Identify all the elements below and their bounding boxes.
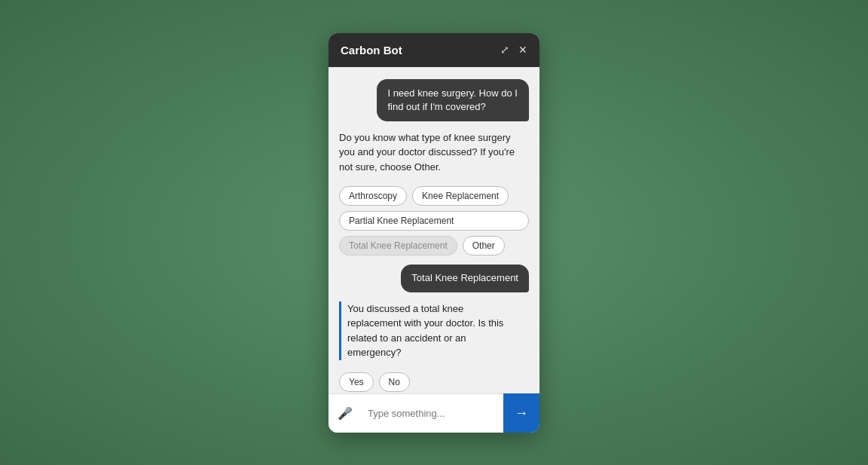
surgery-type-chips: Arthroscopy Knee Replacement Partial Kne… <box>339 186 529 255</box>
send-icon: → <box>515 405 528 421</box>
chat-input-area: 🎤 → <box>329 393 539 433</box>
chat-body: I need knee surgery. How do I find out i… <box>329 67 539 393</box>
user-message-2: Total Knee Replacement <box>401 265 529 292</box>
send-button[interactable]: → <box>503 393 539 433</box>
chat-title: Carbon Bot <box>341 44 402 57</box>
chip-other[interactable]: Other <box>463 236 505 255</box>
mic-icon[interactable]: 🎤 <box>329 406 359 421</box>
bot-message-1: Do you know what type of knee surgery yo… <box>339 130 519 175</box>
user-message-1: I need knee surgery. How do I find out i… <box>377 79 529 121</box>
chip-no[interactable]: No <box>379 372 410 392</box>
chat-text-input[interactable] <box>359 397 503 430</box>
bot-message-2: You discussed a total knee replacement w… <box>339 301 519 360</box>
chip-total-knee[interactable]: Total Knee Replacement <box>339 236 457 255</box>
close-icon[interactable]: ✕ <box>518 44 527 56</box>
yes-no-chips: Yes No <box>339 372 529 392</box>
chip-knee-replacement[interactable]: Knee Replacement <box>412 186 509 206</box>
header-icons: ⤢ ✕ <box>500 44 527 56</box>
chat-window: Carbon Bot ⤢ ✕ I need knee surgery. How … <box>329 33 539 433</box>
chip-partial-knee[interactable]: Partial Knee Replacement <box>339 211 529 231</box>
expand-icon[interactable]: ⤢ <box>500 44 509 56</box>
chat-header: Carbon Bot ⤢ ✕ <box>329 33 539 67</box>
chip-yes[interactable]: Yes <box>339 372 374 392</box>
chip-arthroscopy[interactable]: Arthroscopy <box>339 186 407 206</box>
